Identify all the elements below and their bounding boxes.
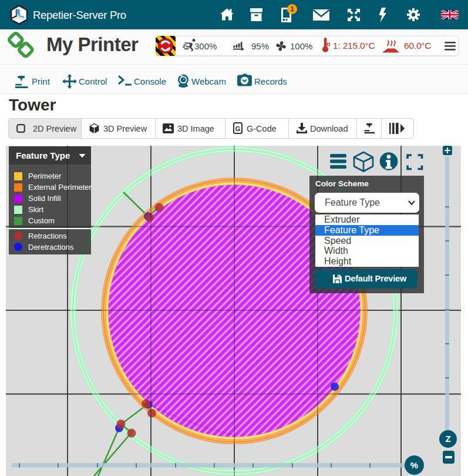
svg-text:G: G: [235, 125, 241, 132]
